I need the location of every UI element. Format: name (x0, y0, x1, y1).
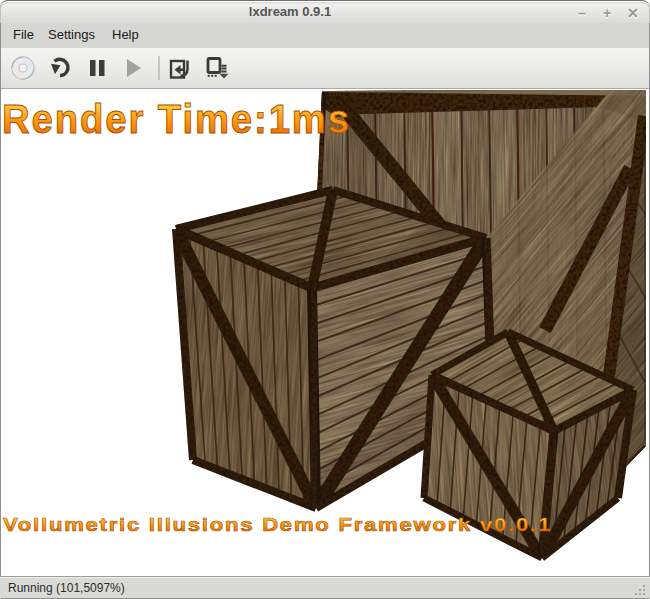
svg-text:Vollumetric Illusions Demo Fra: Vollumetric Illusions Demo Framework v0.… (3, 514, 552, 535)
svg-text:Render Time:1ms: Render Time:1ms (2, 96, 351, 142)
